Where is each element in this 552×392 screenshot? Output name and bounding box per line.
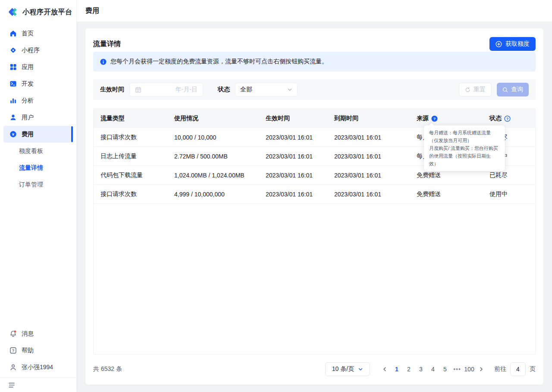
- page-button-2[interactable]: 2: [403, 362, 415, 376]
- table-cell: 1,024.00MB / 1,024.00MB: [174, 172, 266, 179]
- page-button-5[interactable]: 5: [439, 362, 451, 376]
- page-size-value: 10 条/页: [332, 365, 354, 373]
- banner-text: 您每个月会获得一定额度的免费流量资源，流量不够时可点击右侧按钮购买流量。: [110, 58, 328, 65]
- table-cell: 2023/03/01 16:01: [266, 134, 334, 141]
- table-cell: 已耗尽: [489, 171, 535, 179]
- sidebar-subitem-label: 流量详情: [19, 164, 43, 172]
- table-cell: 免费赠送: [417, 190, 489, 198]
- sidebar-item-label: 张小强1994: [22, 364, 53, 371]
- traffic-details-card: 流量详情 获取额度 您每个月会获得一定额度的免费流量资源，流量不够时可点击右侧按…: [85, 28, 543, 385]
- sidebar-item-label: 应用: [22, 63, 34, 71]
- plus-circle-icon: [496, 41, 502, 47]
- table-cell: 2023/03/01 16:01: [334, 172, 417, 179]
- query-button[interactable]: 查询: [497, 83, 529, 96]
- get-quota-button[interactable]: 获取额度: [489, 37, 536, 51]
- platform-title: 小程序开放平台: [22, 8, 72, 17]
- sidebar-footer: [0, 377, 76, 392]
- logo: 小程序开放平台: [0, 0, 76, 24]
- sidebar-item-apps[interactable]: 应用: [3, 59, 73, 75]
- column-header-label: 来源: [417, 115, 429, 122]
- sidebar-subitem-order-management[interactable]: 订单管理: [0, 176, 76, 193]
- goto-page-input[interactable]: [510, 362, 526, 376]
- reset-button[interactable]: 重置: [459, 83, 492, 96]
- page-button-4[interactable]: 4: [427, 362, 439, 376]
- sidebar-item-account[interactable]: 张小强1994: [3, 359, 73, 376]
- main-area: 费用 流量详情 获取额度 您每个月会获得一定额度的免费流量资源，流量不够时可点击…: [77, 0, 552, 392]
- column-header-label: 状态: [489, 115, 502, 122]
- chevron-down-icon: [358, 367, 363, 372]
- table-cell: 使用中: [489, 190, 535, 198]
- svg-text:?: ?: [433, 117, 436, 121]
- sidebar-item-label: 消息: [22, 330, 34, 338]
- date-picker-input[interactable]: 年-月-日: [129, 83, 203, 96]
- page-button-3[interactable]: 3: [415, 362, 427, 376]
- date-filter-label: 生效时间: [100, 86, 124, 93]
- info-icon: [100, 59, 107, 65]
- column-header: 使用情况: [174, 115, 266, 122]
- sidebar-item-label: 费用: [22, 131, 34, 138]
- pagination-controls: 10 条/页 1 2 3 4 5 ••• 100: [325, 362, 536, 376]
- help-icon: ?: [9, 347, 17, 354]
- page-size-select[interactable]: 10 条/页: [325, 362, 370, 376]
- sidebar-bottom-menu: 消息 ? 帮助 张小强1994: [0, 325, 76, 377]
- sidebar: 小程序开放平台 首页 小程序 应用 开发 分析: [0, 0, 77, 392]
- goto-unit: 页: [530, 365, 536, 373]
- status-filter-label: 状态: [218, 86, 230, 93]
- status-select[interactable]: 全部: [235, 83, 298, 96]
- app-root: 小程序开放平台 首页 小程序 应用 开发 分析: [0, 0, 552, 392]
- sidebar-item-miniprogram[interactable]: 小程序: [3, 42, 73, 59]
- page-button-100[interactable]: 100: [463, 362, 475, 376]
- table-cell: 2023/03/01 16:01: [334, 191, 417, 198]
- apps-grid-icon: [9, 63, 17, 71]
- sidebar-item-fees[interactable]: ¥ 费用: [3, 126, 73, 143]
- table-cell: 4,999 / 10,000,000: [174, 191, 266, 198]
- sidebar-item-help[interactable]: ? 帮助: [3, 342, 73, 359]
- miniprogram-icon: [9, 47, 17, 54]
- date-placeholder: 年-月-日: [176, 86, 198, 93]
- goto-page: 前往 页: [494, 362, 536, 376]
- column-header-status: 状态 ?: [489, 115, 535, 122]
- sidebar-subitem-quota-board[interactable]: 额度看板: [0, 143, 76, 159]
- table-cell: 2023/03/01 16:01: [266, 191, 334, 198]
- tooltip-line: 月度购买/ 流量购买：您自行购买的使用流量（按照实际日期生效）: [429, 144, 500, 168]
- sidebar-item-label: 小程序: [22, 47, 40, 54]
- sidebar-item-home[interactable]: 首页: [3, 25, 73, 42]
- collapse-sidebar-icon[interactable]: [8, 381, 16, 389]
- svg-text:?: ?: [12, 348, 14, 353]
- filter-bar: 生效时间 年-月-日 状态 全部 重置: [93, 79, 536, 100]
- sidebar-item-label: 帮助: [22, 347, 34, 355]
- bell-icon: [9, 330, 17, 337]
- table-empty-space: [94, 204, 535, 354]
- sidebar-subitem-traffic-details[interactable]: 流量详情: [0, 159, 76, 176]
- sidebar-item-label: 开发: [22, 80, 34, 88]
- terminal-icon: [9, 80, 17, 87]
- status-select-value: 全部: [240, 86, 252, 93]
- table-cell: 代码包下载流量: [100, 171, 174, 179]
- table-cell: 接口请求次数: [100, 190, 174, 198]
- column-header: 流量类型: [100, 115, 174, 122]
- sidebar-item-analytics[interactable]: 分析: [3, 92, 73, 109]
- sidebar-subitem-label: 额度看板: [19, 147, 43, 155]
- svg-text:¥: ¥: [12, 132, 15, 137]
- sidebar-spacer: [0, 193, 76, 325]
- column-header: 生效时间: [266, 115, 334, 122]
- sidebar-item-label: 首页: [22, 30, 34, 37]
- page-title: 费用: [85, 6, 99, 16]
- table-cell: 2023/03/01 16:01: [266, 153, 334, 160]
- source-help-icon[interactable]: ?: [431, 115, 438, 122]
- refresh-icon: [465, 87, 470, 93]
- next-page-button[interactable]: [475, 362, 487, 376]
- table-cell: 2.72MB / 500.00MB: [174, 153, 266, 160]
- more-pages-button[interactable]: •••: [451, 362, 463, 376]
- page-button-1[interactable]: 1: [391, 362, 403, 376]
- sidebar-item-label: 分析: [22, 97, 34, 105]
- sidebar-item-messages[interactable]: 消息: [3, 325, 73, 342]
- prev-page-button[interactable]: [379, 362, 391, 376]
- column-header-source: 来源 ?: [417, 115, 489, 122]
- sidebar-item-users[interactable]: 用户: [3, 109, 73, 126]
- goto-label: 前往: [494, 365, 506, 373]
- card-title: 流量详情: [93, 40, 121, 49]
- status-help-icon[interactable]: ?: [504, 115, 511, 122]
- sidebar-item-dev[interactable]: 开发: [3, 75, 73, 92]
- platform-logo-icon: [8, 7, 19, 17]
